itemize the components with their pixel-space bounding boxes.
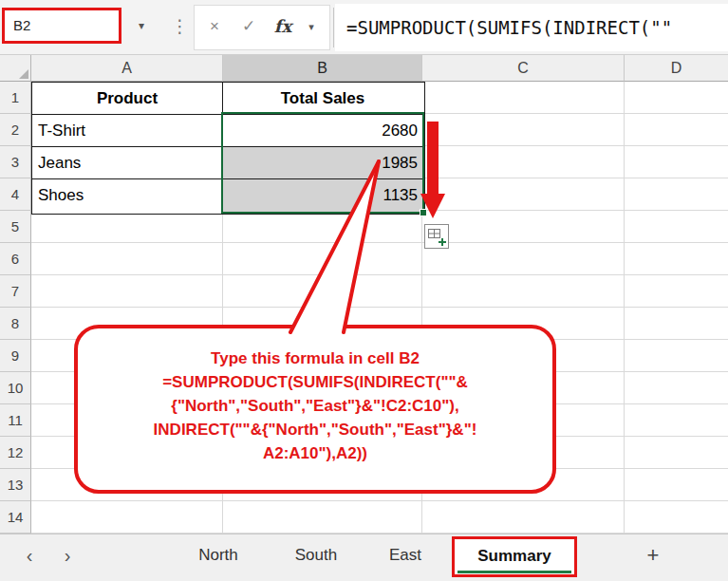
red-arrow-annotation [427,122,439,196]
row-header-2[interactable]: 2 [0,114,31,146]
sheet-tab-south[interactable]: South [279,534,353,579]
red-arrow-head-icon [420,194,445,218]
name-box[interactable]: B2 [2,8,121,44]
toolbar-separator-dots-icon: ⋮ [171,12,186,41]
row-header-13[interactable]: 13 [0,469,31,501]
auto-fill-options-icon [424,224,449,249]
active-tab-underline [457,571,571,573]
next-sheet-icon[interactable]: › [53,534,82,579]
name-box-dropdown-icon[interactable]: ▾ [129,13,154,38]
select-all-button[interactable] [0,55,31,82]
callout-line: {"North","South","East"}&"!C2:C10"), [78,394,552,418]
sheet-tab-strip [0,534,728,581]
sheet-tab-east[interactable]: East [374,534,437,579]
select-all-triangle-icon [19,69,28,79]
sheet-tab-summary[interactable]: Summary [452,536,577,577]
callout-line: Type this formula in cell B2 [78,347,552,370]
callout-line: INDIRECT(""&{"North","South","East"}&"! [78,418,552,441]
row-header-11[interactable]: 11 [0,404,31,437]
insert-function-icon[interactable]: fx [270,13,296,40]
row-header-5[interactable]: 5 [0,211,31,243]
confirm-icon[interactable]: ✓ [235,13,262,40]
callout-line: =SUMPRODUCT(SUMIFS(INDIRECT(""& [78,370,552,394]
row-header-10[interactable]: 10 [0,372,31,404]
prev-sheet-icon[interactable]: ‹ [15,534,44,579]
column-header-a[interactable]: A [31,55,223,82]
add-sheet-button[interactable]: + [634,534,672,579]
excel-window: B2 ▾ ⋮ × ✓ fx ▾ =SUMPRODUCT(SUMIFS(INDIR… [0,0,728,581]
column-header-b[interactable]: B [223,55,422,82]
column-header-d[interactable]: D [625,55,728,82]
toolbar-divider [333,8,334,47]
callout-text: Type this formula in cell B2 =SUMPRODUCT… [78,328,552,465]
row-header-8[interactable]: 8 [0,308,31,340]
column-header-c[interactable]: C [422,55,625,82]
sheet-tab-north[interactable]: North [180,534,256,579]
callout-bubble: Type this formula in cell B2 =SUMPRODUCT… [74,325,556,494]
formula-bar-input[interactable]: =SUMPRODUCT(SUMIFS(INDIRECT("" [335,4,728,51]
cell-a1[interactable]: Product [32,83,223,115]
row-header-7[interactable]: 7 [0,275,31,308]
selection-border [221,112,424,214]
cancel-icon[interactable]: × [201,13,228,40]
auto-fill-options-button[interactable] [424,224,449,249]
row-header-12[interactable]: 12 [0,437,31,469]
row-header-14[interactable]: 14 [0,501,31,534]
row-header-4[interactable]: 4 [0,178,31,211]
callout-line: A2:A10"),A2)) [78,441,552,465]
cell-a3[interactable]: Jeans [32,147,223,179]
row-header-3[interactable]: 3 [0,146,31,178]
row-header-9[interactable]: 9 [0,340,31,372]
sheet-tab-summary-label: Summary [455,539,574,574]
cell-b1[interactable]: Total Sales [223,83,422,115]
cell-a4[interactable]: Shoes [32,179,223,212]
row-header-6[interactable]: 6 [0,243,31,275]
row-header-1[interactable]: 1 [0,82,31,114]
gridline-cd [624,82,625,534]
cell-a2[interactable]: T-Shirt [32,115,223,147]
fx-dropdown-icon[interactable]: ▾ [298,13,325,40]
